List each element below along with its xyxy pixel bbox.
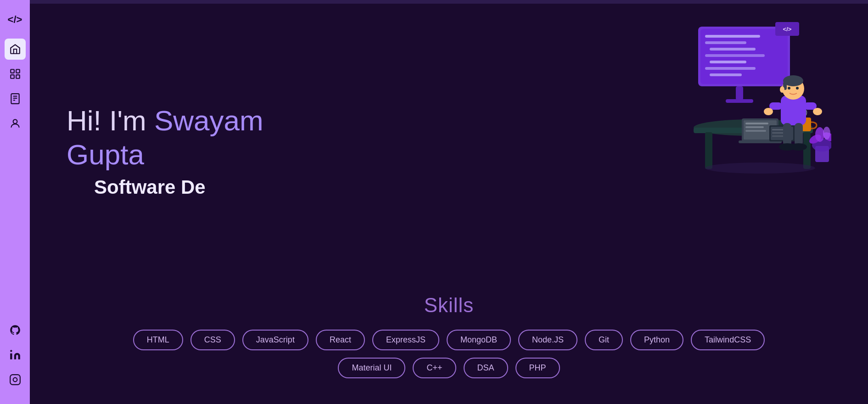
- skill-badge: Node.JS: [518, 330, 577, 350]
- svg-rect-34: [745, 126, 764, 128]
- skills-row-2: Material UIC++DSAPHP: [338, 358, 560, 378]
- skill-badge: React: [316, 330, 365, 350]
- svg-rect-33: [745, 123, 768, 124]
- sidebar-item-home[interactable]: [5, 39, 26, 60]
- main-content: Hi! I'm SwayamGupta Software De </>: [30, 0, 868, 404]
- top-bar: [30, 0, 868, 4]
- sidebar-item-contact[interactable]: [5, 113, 26, 134]
- svg-point-48: [796, 87, 799, 90]
- document-icon: [9, 93, 21, 105]
- skills-section: Skills HTMLCSSJavaScriptReactExpressJSMo…: [30, 280, 868, 404]
- skill-badge: ExpressJS: [372, 330, 439, 350]
- skill-badge: Git: [585, 330, 623, 350]
- instagram-link[interactable]: [5, 369, 26, 390]
- svg-point-53: [813, 108, 822, 115]
- sidebar-item-portfolio[interactable]: [5, 63, 26, 84]
- svg-rect-2: [11, 75, 14, 79]
- svg-rect-21: [710, 73, 742, 76]
- svg-rect-54: [783, 123, 791, 146]
- svg-point-9: [10, 350, 12, 352]
- logo-button[interactable]: </>: [5, 9, 26, 30]
- svg-point-8: [13, 119, 17, 123]
- github-icon: [9, 324, 21, 336]
- svg-rect-0: [11, 69, 14, 73]
- skill-badge: HTML: [133, 330, 183, 350]
- sidebar-item-resume[interactable]: [5, 88, 26, 109]
- skill-badge: JavaScript: [242, 330, 308, 350]
- linkedin-link[interactable]: [5, 344, 26, 365]
- skill-badge: MongoDB: [447, 330, 511, 350]
- hero-illustration: </>: [657, 17, 831, 178]
- skill-badge: Python: [630, 330, 683, 350]
- skill-badge: Material UI: [338, 358, 405, 378]
- svg-point-47: [788, 87, 790, 90]
- logo-icon: </>: [8, 14, 22, 26]
- svg-point-30: [705, 163, 815, 174]
- skills-title: Skills: [424, 294, 474, 317]
- github-link[interactable]: [5, 320, 26, 341]
- svg-rect-51: [804, 102, 817, 110]
- svg-rect-41: [772, 132, 785, 134]
- svg-point-63: [823, 127, 830, 140]
- svg-rect-24: [736, 86, 743, 100]
- svg-rect-19: [710, 61, 746, 63]
- sidebar: </>: [0, 0, 30, 404]
- skill-badge: C++: [413, 358, 456, 378]
- svg-rect-20: [705, 67, 756, 70]
- svg-rect-17: [710, 48, 756, 50]
- svg-point-49: [780, 86, 784, 93]
- svg-rect-29: [803, 132, 811, 169]
- developer-illustration: </>: [657, 17, 831, 178]
- skill-badge: TailwindCSS: [691, 330, 765, 350]
- sidebar-nav: [5, 39, 26, 320]
- svg-point-12: [17, 377, 18, 377]
- svg-point-11: [13, 378, 17, 382]
- role-text: Software De: [67, 176, 831, 198]
- svg-rect-55: [795, 123, 803, 146]
- instagram-icon: [9, 374, 21, 386]
- svg-rect-16: [705, 41, 746, 44]
- svg-rect-28: [705, 132, 712, 169]
- svg-text:</>: </>: [783, 26, 792, 33]
- hero-section: Hi! I'm SwayamGupta Software De </>: [30, 4, 868, 280]
- sidebar-socials: [5, 320, 26, 395]
- svg-rect-18: [705, 54, 765, 57]
- person-icon: [9, 118, 21, 129]
- skill-badge: PHP: [515, 358, 560, 378]
- svg-rect-50: [769, 102, 782, 110]
- svg-rect-3: [16, 75, 20, 79]
- greeting-prefix: Hi! I'm: [67, 105, 154, 136]
- svg-rect-1: [16, 69, 20, 73]
- svg-rect-43: [781, 95, 806, 125]
- linkedin-icon: [9, 349, 21, 361]
- svg-point-62: [815, 127, 824, 142]
- svg-rect-10: [10, 375, 20, 385]
- skills-row-1: HTMLCSSJavaScriptReactExpressJSMongoDBNo…: [133, 330, 765, 350]
- svg-point-52: [764, 108, 773, 115]
- svg-rect-15: [705, 35, 760, 38]
- svg-rect-35: [745, 130, 766, 132]
- chart-icon: [9, 68, 21, 80]
- home-icon: [9, 43, 21, 55]
- svg-point-57: [790, 143, 807, 151]
- skill-badge: DSA: [464, 358, 508, 378]
- skill-badge: CSS: [190, 330, 235, 350]
- svg-rect-25: [726, 99, 753, 103]
